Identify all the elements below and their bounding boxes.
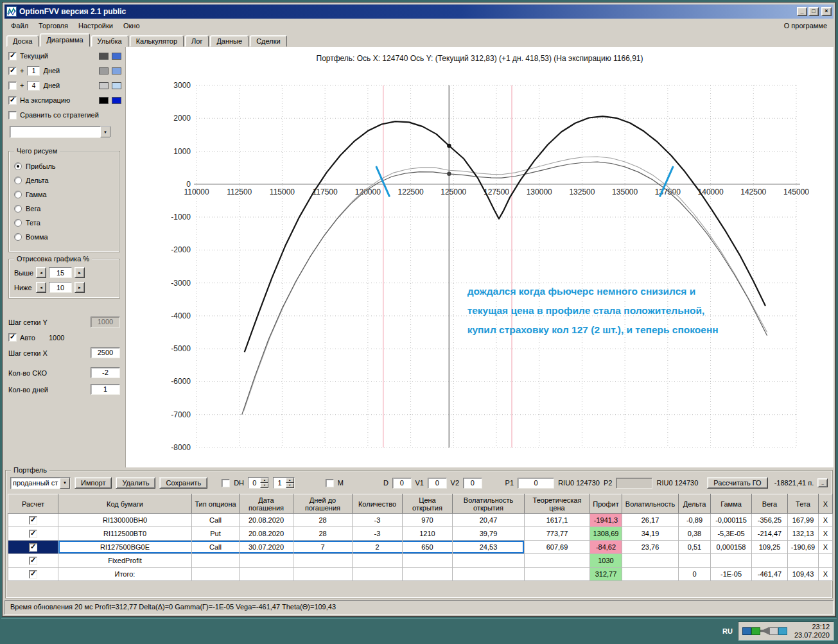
- row-checkbox[interactable]: [29, 543, 37, 552]
- series-toggle-current[interactable]: Текущий: [8, 51, 121, 61]
- volume-icon[interactable]: [760, 627, 769, 635]
- series-toggle-expiration[interactable]: На экспирацию: [8, 95, 121, 105]
- row-calc-cell[interactable]: [8, 554, 58, 568]
- table-row[interactable]: Итого:312,770-1E-05-461,47109,43X: [8, 568, 833, 581]
- calc-go-button[interactable]: Рассчитать ГО: [707, 477, 767, 489]
- row-checkbox[interactable]: [29, 570, 37, 579]
- tab-Данные[interactable]: Данные: [210, 35, 249, 47]
- table-row[interactable]: RI130000BH0Call20.08.202028-397020,47161…: [8, 514, 833, 527]
- chevron-down-icon[interactable]: ▼: [100, 126, 110, 137]
- language-indicator[interactable]: RU: [722, 627, 733, 635]
- p2-field[interactable]: [616, 478, 652, 489]
- plus4-days-input[interactable]: 4: [27, 81, 40, 91]
- row-calc-cell[interactable]: [8, 514, 58, 527]
- days-input[interactable]: 1: [91, 384, 120, 395]
- column-header[interactable]: Код бумаги: [58, 494, 192, 514]
- below-value-input[interactable]: 10: [49, 282, 72, 293]
- column-header[interactable]: Волатильность: [622, 494, 679, 514]
- tab-Улыбка[interactable]: Улыбка: [91, 35, 128, 47]
- table-row[interactable]: FixedProfit1030: [8, 554, 833, 568]
- column-header[interactable]: Дельта: [679, 494, 711, 514]
- row-calc-cell[interactable]: [8, 541, 58, 554]
- row-delete-button[interactable]: X: [819, 568, 833, 581]
- plus4-checkbox[interactable]: [8, 82, 17, 90]
- v1-field[interactable]: 0: [428, 478, 447, 489]
- column-header[interactable]: Тип опциона: [192, 494, 240, 514]
- column-header[interactable]: Гамма: [711, 494, 752, 514]
- spin-up-icon[interactable]: ▲: [286, 478, 294, 483]
- radio-icon[interactable]: [14, 219, 22, 227]
- p1-field[interactable]: 0: [518, 478, 554, 489]
- plus1-days-input[interactable]: 1: [27, 66, 40, 76]
- tab-Диаграмма[interactable]: Диаграмма: [40, 33, 89, 47]
- above-decrease-button[interactable]: ◄: [36, 267, 46, 278]
- below-increase-button[interactable]: ►: [74, 282, 85, 293]
- compare-strategy-toggle[interactable]: Сравнить со стратегией: [8, 110, 121, 120]
- row-delete-button[interactable]: X: [819, 541, 833, 554]
- column-header[interactable]: Вега: [752, 494, 788, 514]
- radio-option-Вомма[interactable]: Вомма: [14, 230, 114, 244]
- column-header[interactable]: Расчет: [8, 494, 58, 514]
- dh-spinner-2[interactable]: 1 ▲▼: [273, 477, 294, 489]
- compare-checkbox[interactable]: [8, 111, 17, 119]
- spin-down-icon[interactable]: ▼: [286, 483, 294, 488]
- row-delete-button[interactable]: X: [819, 527, 833, 541]
- monitor-icon[interactable]: [742, 627, 751, 635]
- radio-option-Вега[interactable]: Вега: [14, 202, 114, 216]
- dh-checkbox[interactable]: [222, 479, 230, 487]
- current-checkbox[interactable]: [8, 52, 17, 60]
- compare-strategy-select[interactable]: ▼: [10, 126, 111, 138]
- radio-option-Дельта[interactable]: Дельта: [14, 173, 114, 187]
- radio-option-Прибыль[interactable]: Прибыль: [14, 159, 114, 173]
- tab-Доска[interactable]: Доска: [6, 35, 39, 47]
- column-header[interactable]: X: [819, 494, 833, 514]
- above-value-input[interactable]: 15: [49, 267, 72, 278]
- column-header[interactable]: Волатильность открытия: [453, 494, 525, 514]
- radio-icon[interactable]: [14, 205, 22, 213]
- save-button[interactable]: Сохранить: [159, 477, 207, 489]
- column-header[interactable]: Дней до погашения: [293, 494, 353, 514]
- row-checkbox[interactable]: [29, 516, 37, 525]
- table-row[interactable]: RI112500BT0Put20.08.202028-3121039,79773…: [8, 527, 833, 541]
- menu-Торговля[interactable]: Торговля: [33, 20, 73, 31]
- series-toggle-plus1[interactable]: + 1 Дней: [8, 65, 121, 76]
- plus1-checkbox[interactable]: [8, 67, 17, 75]
- strategy-select[interactable]: проданный ст ▼: [10, 477, 71, 489]
- sko-input[interactable]: -2: [91, 367, 120, 378]
- table-row[interactable]: RI127500BG0ECall30.07.20207265024,53607,…: [8, 541, 833, 554]
- menu-Файл[interactable]: Файл: [6, 20, 33, 31]
- titlebar[interactable]: OptionFVV версия 2.1 public _ □ ×: [4, 4, 834, 19]
- row-calc-cell[interactable]: [8, 568, 58, 581]
- delete-button[interactable]: Удалить: [116, 477, 155, 489]
- grid-x-input[interactable]: 2500: [91, 347, 120, 358]
- column-header[interactable]: Дата погашения: [240, 494, 293, 514]
- network-icon[interactable]: [778, 627, 787, 635]
- tab-Сделки[interactable]: Сделки: [250, 35, 287, 47]
- keyboard-icon[interactable]: [769, 627, 778, 635]
- grid-y-input[interactable]: 1000: [91, 317, 120, 327]
- close-button[interactable]: ×: [821, 7, 832, 16]
- radio-icon[interactable]: [14, 191, 22, 198]
- dh-spinner-1[interactable]: 0 ▲▼: [248, 477, 269, 489]
- column-header[interactable]: Тета: [788, 494, 819, 514]
- taskbar[interactable]: RU 23:12 23.07.2020: [1, 618, 837, 643]
- column-header[interactable]: Цена открытия: [403, 494, 453, 514]
- m-checkbox[interactable]: [326, 479, 334, 487]
- series-toggle-plus4[interactable]: + 4 Дней: [8, 80, 121, 91]
- column-header[interactable]: Профит: [590, 494, 622, 514]
- column-header[interactable]: Количество: [353, 494, 403, 514]
- radio-icon[interactable]: [14, 233, 22, 241]
- auto-checkbox[interactable]: [8, 333, 17, 342]
- radio-option-Гамма[interactable]: Гамма: [14, 187, 114, 202]
- below-decrease-button[interactable]: ◄: [36, 282, 46, 293]
- collapse-button[interactable]: _: [817, 478, 828, 487]
- tab-Лог[interactable]: Лог: [185, 35, 209, 47]
- row-checkbox[interactable]: [29, 557, 37, 565]
- above-increase-button[interactable]: ►: [74, 267, 85, 278]
- maximize-button[interactable]: □: [808, 7, 819, 16]
- column-header[interactable]: Теоретическая цена: [525, 494, 590, 514]
- v2-field[interactable]: 0: [463, 478, 482, 489]
- row-checkbox[interactable]: [29, 530, 37, 538]
- radio-option-Тета[interactable]: Тета: [14, 216, 114, 230]
- expiration-checkbox[interactable]: [8, 96, 17, 105]
